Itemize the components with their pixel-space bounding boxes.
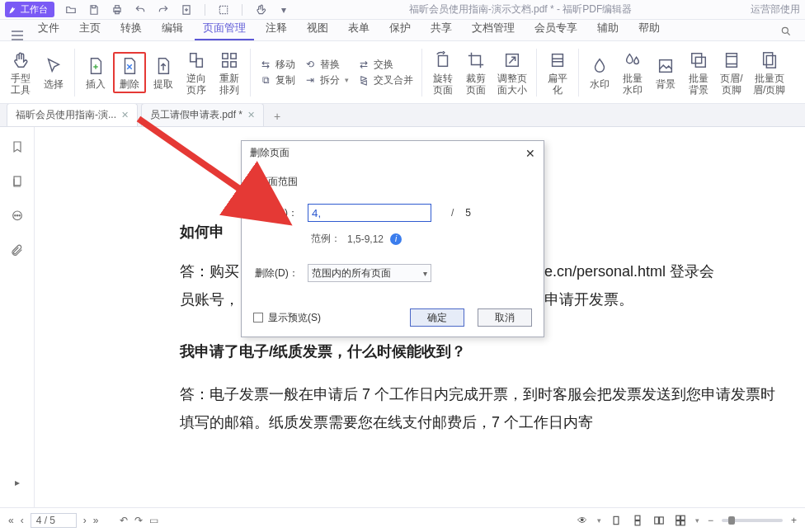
menu-member[interactable]: 会员专享 [526, 17, 586, 40]
tab-doc-1[interactable]: 福昕会员使用指南-演... ✕ [7, 103, 138, 126]
extract-icon [153, 55, 174, 77]
dropdown-icon[interactable]: ▾ [277, 3, 290, 16]
delete-scope-select[interactable]: 范围内的所有页面 ▾ [308, 264, 431, 282]
replace-icon: ⟲ [304, 58, 317, 71]
close-icon[interactable]: ✕ [247, 110, 255, 120]
batch-watermark-button[interactable]: 批量 水印 [617, 48, 648, 97]
last-page-icon[interactable]: » [93, 515, 99, 526]
svg-rect-30 [655, 516, 659, 523]
page-input[interactable] [308, 204, 431, 222]
undo-icon[interactable] [134, 3, 147, 16]
menu-annotate[interactable]: 注释 [257, 17, 295, 40]
nav-fwd-icon[interactable]: ↷ [134, 515, 143, 526]
hand-tool-button[interactable]: 手型 工具 [5, 48, 36, 97]
paragraph-2: 答：电子发票一般在申请后 7 个工作日内完成开票，到时客服会把发票发送到您申请发… [180, 380, 789, 436]
zoom-in-icon[interactable]: + [791, 515, 797, 526]
menu-protect[interactable]: 保护 [381, 17, 419, 40]
insert-page-button[interactable]: 插入 [80, 54, 111, 92]
zoom-out-icon[interactable]: − [708, 515, 713, 526]
svg-rect-17 [695, 57, 705, 67]
add-tab-button[interactable]: + [267, 106, 287, 126]
separator [578, 49, 579, 97]
move-button[interactable]: ⇆移动 [259, 58, 295, 72]
reverse-order-button[interactable]: 逆向 页序 [181, 48, 212, 97]
split-button[interactable]: ⇥拆分▾ [304, 73, 349, 87]
extract-button[interactable]: 提取 [148, 54, 179, 92]
delete-label: 删除 [120, 78, 139, 90]
cancel-button[interactable]: 取消 [478, 308, 532, 327]
example-row: 范例： 1,5-9,12 i [311, 232, 530, 246]
swap-merge-button[interactable]: ⧎交叉合并 [357, 73, 413, 87]
redo-icon[interactable] [157, 3, 170, 16]
menu-home[interactable]: 主页 [71, 17, 109, 40]
screenshot-icon[interactable] [217, 3, 230, 16]
show-preview-checkbox[interactable]: 显示预览(S) [253, 311, 321, 325]
grid-icon [219, 49, 240, 71]
select-button[interactable]: 选择 [38, 54, 69, 92]
watermark-button[interactable]: 水印 [584, 54, 615, 92]
flatten-button[interactable]: 扁平 化 [542, 48, 573, 97]
bookmark-icon[interactable] [9, 139, 26, 155]
swap-button[interactable]: ⇄交换 [357, 58, 413, 72]
menu-view[interactable]: 视图 [299, 17, 337, 40]
menu-form[interactable]: 表单 [340, 17, 378, 40]
print-icon[interactable] [111, 3, 124, 16]
zoom-slider[interactable] [722, 519, 783, 522]
menu-help[interactable]: 帮助 [630, 17, 668, 40]
ok-button[interactable]: 确定 [410, 308, 464, 327]
rotate-label: 旋转 页面 [433, 73, 453, 96]
batch-watermark-label: 批量 水印 [623, 73, 643, 96]
copy-button[interactable]: ⧉复制 [259, 73, 295, 87]
menu-page-manage[interactable]: 页面管理 [195, 17, 254, 40]
open-icon[interactable] [64, 3, 78, 16]
menu-convert[interactable]: 转换 [112, 17, 150, 40]
save-icon[interactable] [87, 3, 101, 16]
header-footer-button[interactable]: 页眉/ 页脚 [716, 48, 747, 97]
info-icon[interactable]: i [390, 233, 402, 245]
hamburger-icon[interactable] [8, 31, 26, 40]
hfs-icon [759, 49, 780, 71]
comment-icon[interactable] [9, 208, 26, 224]
first-page-icon[interactable]: « [8, 515, 14, 526]
close-icon[interactable]: ✕ [525, 147, 535, 160]
continuous-icon[interactable] [631, 514, 644, 527]
menu-share[interactable]: 共享 [422, 17, 460, 40]
read-mode-icon[interactable]: 👁 [576, 514, 589, 527]
prev-page-icon[interactable]: ‹ [21, 515, 24, 526]
svg-rect-2 [115, 11, 120, 14]
separator [250, 49, 251, 97]
slider-thumb[interactable] [728, 516, 735, 525]
presentation-icon[interactable]: ▭ [149, 515, 158, 526]
rotate-button[interactable]: 旋转 页面 [427, 48, 459, 97]
replace-button[interactable]: ⟲替换 [304, 58, 349, 72]
svg-point-5 [782, 27, 788, 33]
export-icon[interactable] [180, 3, 193, 16]
background-button[interactable]: 背景 [650, 54, 681, 92]
next-page-icon[interactable]: › [83, 515, 87, 526]
single-page-icon[interactable] [610, 514, 623, 527]
insert-label: 插入 [86, 78, 106, 90]
batch-background-button[interactable]: 批量 背景 [683, 48, 714, 97]
menu-edit[interactable]: 编辑 [153, 17, 191, 40]
menu-doc-mgmt[interactable]: 文档管理 [464, 17, 523, 40]
facing-continuous-icon[interactable] [674, 514, 687, 527]
menu-assist[interactable]: 辅助 [589, 17, 627, 40]
svg-rect-1 [115, 5, 120, 7]
resize-button[interactable]: 调整页 面大小 [493, 48, 531, 97]
page-number-box[interactable]: 4 / 5 [31, 513, 77, 528]
pages-icon[interactable] [9, 173, 26, 190]
menu-search-icon[interactable] [775, 22, 797, 40]
expand-sidebar-icon[interactable]: ▸ [9, 474, 26, 491]
facing-icon[interactable] [652, 514, 666, 527]
rearrange-button[interactable]: 重新 排列 [214, 48, 245, 97]
delete-page-button[interactable]: 删除 [113, 52, 146, 93]
hand-icon[interactable] [254, 3, 267, 16]
tab-doc-2[interactable]: 员工请假申请表.pdf * ✕ [141, 103, 264, 126]
attachment-icon[interactable] [9, 242, 26, 259]
workbench-badge[interactable]: 工作台 [5, 2, 54, 17]
crop-button[interactable]: 裁剪 页面 [460, 48, 492, 97]
menu-file[interactable]: 文件 [30, 17, 68, 40]
nav-back-icon[interactable]: ↶ [120, 515, 128, 526]
batch-hf-button[interactable]: 批量页 眉/页脚 [749, 48, 789, 97]
close-icon[interactable]: ✕ [121, 110, 129, 120]
